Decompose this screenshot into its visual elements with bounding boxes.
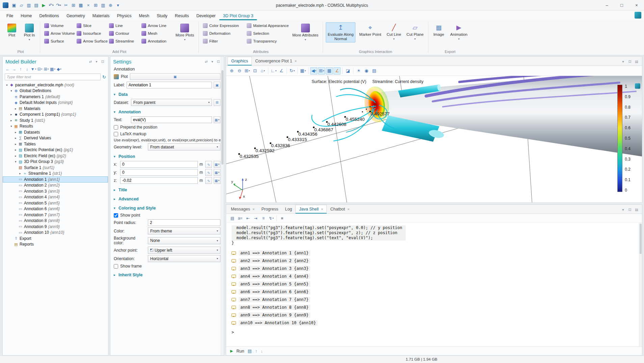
shell-prompt[interactable]: >: [232, 330, 637, 335]
expression-menu-button[interactable]: ▦▾: [214, 161, 220, 168]
paste-icon[interactable]: ▦: [77, 2, 84, 9]
selection-button[interactable]: Selection: [245, 30, 289, 37]
run-command-icon[interactable]: ↯▾: [268, 215, 275, 222]
swap-panel-icon[interactable]: ⇄: [88, 59, 93, 64]
undo-icon[interactable]: ↶▾: [48, 2, 55, 9]
annotation-section-header[interactable]: ▾ Annotation: [110, 107, 224, 116]
float-panel-icon[interactable]: ⊡: [216, 59, 221, 64]
console-scrollbar[interactable]: [639, 223, 642, 346]
menu-tab-study[interactable]: Study: [153, 12, 171, 20]
tree-item-results[interactable]: ▾▦Results: [3, 123, 108, 130]
go-to-node-icon[interactable]: ◆▾: [56, 66, 62, 72]
menu-tab-geometry[interactable]: Geometry: [63, 12, 89, 20]
minimize-panel-icon[interactable]: ▾: [620, 207, 626, 212]
tree-item-annotation-6[interactable]: ▭Annotation 6{ann6}: [3, 206, 108, 212]
expand-icon[interactable]: ▸: [14, 131, 18, 134]
snapshot-icon[interactable]: ◉: [363, 67, 370, 75]
show-grid-icon[interactable]: ▦: [326, 67, 333, 75]
transparency-button[interactable]: Transparency: [245, 38, 289, 45]
expand-icon[interactable]: ▸: [9, 119, 14, 122]
annotation-text-input[interactable]: [131, 116, 212, 123]
search-icon[interactable]: ⊕: [107, 2, 114, 9]
tree-item-reports[interactable]: ▤Reports: [3, 242, 108, 248]
collapse-icon[interactable]: ▾: [5, 83, 9, 87]
refresh-icon[interactable]: ↻: [102, 75, 106, 80]
rotate-view-icon[interactable]: ↻▾: [289, 67, 296, 75]
console-tab-messages[interactable]: Messages×: [227, 205, 258, 214]
tree-item-datasets[interactable]: ▸▦Datasets: [3, 129, 108, 135]
menu-tab-physics[interactable]: Physics: [113, 12, 135, 20]
graphics-tab-graphics[interactable]: Graphics: [227, 57, 252, 65]
scrollbar-thumb[interactable]: [221, 70, 223, 165]
orientation-select[interactable]: Horizontal ▾: [148, 255, 220, 262]
panel-menu-icon[interactable]: ▤: [634, 207, 639, 212]
collapse-icon[interactable]: ▾: [14, 160, 18, 163]
next-command-icon[interactable]: ↓: [261, 348, 263, 354]
lighting-icon[interactable]: ☀: [355, 67, 362, 75]
evaluate-along-normal-button[interactable]: ↥Evaluate Along Normal: [326, 22, 355, 43]
scroll-end-icon[interactable]: ⇥: [252, 215, 259, 222]
tree-item-annotation-3[interactable]: ▭Annotation 3{ann3}: [3, 188, 108, 194]
copy-output-icon[interactable]: ▤: [247, 348, 251, 354]
coloring-section-header[interactable]: ▾ Coloring and Style: [110, 203, 224, 212]
measure-icon[interactable]: ∠: [333, 67, 341, 75]
zoom-box-icon[interactable]: ⊞▾: [244, 67, 251, 75]
surface-button[interactable]: Surface: [43, 38, 75, 45]
minimize-panel-icon[interactable]: ▾: [620, 59, 626, 64]
tree-item-annotation-5[interactable]: ▭Annotation 5{ann5}: [3, 200, 108, 206]
tree-view-icon[interactable]: ▦▾: [50, 66, 56, 72]
forward-icon[interactable]: →: [11, 66, 17, 72]
expression-menu-button[interactable]: ▦ ▾: [214, 116, 220, 123]
expand-icon[interactable]: ▸: [14, 142, 18, 146]
zoom-out-icon[interactable]: ⊖: [236, 67, 243, 75]
run-icon[interactable]: ▶: [230, 349, 233, 353]
more-plots-button[interactable]: More Plots ▾: [174, 22, 196, 43]
tree-item-streamline-1[interactable]: ▸≈Streamline 1{str1}: [3, 171, 108, 177]
tree-item-annotation-1[interactable]: ▭Annotation 1{ann1}: [3, 176, 108, 183]
animation-button[interactable]: ▶Animation▾: [449, 22, 469, 42]
slice-button[interactable]: Slice: [75, 22, 107, 29]
panel-menu-icon[interactable]: ▾: [94, 59, 99, 64]
delete-icon[interactable]: ×: [85, 2, 92, 9]
expand-icon[interactable]: ▸: [14, 148, 18, 151]
material-appearance-button[interactable]: Material Appearance: [245, 22, 289, 29]
marker-point-button[interactable]: ⌖Marker Point: [357, 22, 383, 38]
plot-in-button[interactable]: Plot In ▾: [22, 22, 37, 43]
edit-dataset-button[interactable]: ⊞: [214, 99, 220, 106]
float-panel-icon[interactable]: ⊡: [627, 207, 633, 212]
view-along-axis-icon[interactable]: ∟▾: [270, 67, 277, 75]
graphics-canvas[interactable]: Surface: Electric potential (V) Streamli…: [226, 76, 642, 202]
cut-plane-button[interactable]: ▱Cut Plane▾: [405, 22, 425, 42]
background-color-select[interactable]: None ▾: [148, 237, 220, 244]
previous-command-icon[interactable]: ↑: [255, 348, 258, 354]
chatbot-icon[interactable]: [635, 12, 641, 19]
tree-item-annotation-9[interactable]: ▭Annotation 9{ann9}: [3, 224, 108, 230]
title-section-header[interactable]: ▸ Title: [110, 185, 224, 194]
arrow-volume-button[interactable]: Arrow Volume: [43, 30, 75, 37]
cut-icon[interactable]: ✂: [62, 2, 70, 9]
tree-item-electric-field-ec[interactable]: ▸▨Electric Field (ec){pg2}: [3, 153, 108, 159]
inherit-style-section-header[interactable]: ▸ Inherit Style: [110, 270, 224, 279]
z-position-input[interactable]: [120, 177, 198, 184]
back-icon[interactable]: ←: [5, 66, 11, 72]
canvas-corner-icon[interactable]: [635, 83, 640, 89]
console-tab-progress[interactable]: Progress: [258, 205, 281, 214]
expand-icon[interactable]: ▸: [14, 136, 18, 140]
point-radius-input[interactable]: [148, 219, 220, 226]
prepend-position-checkbox[interactable]: [114, 125, 118, 130]
menu-tab-materials[interactable]: Materials: [89, 12, 113, 20]
expand-icon[interactable]: ▸: [18, 172, 22, 175]
line-button[interactable]: Line: [108, 22, 139, 29]
deformation-button[interactable]: Deformation: [202, 30, 245, 37]
tree-item-annotation-8[interactable]: ▭Annotation 8{ann8}: [3, 218, 108, 224]
filter-input[interactable]: [5, 74, 101, 80]
plot-in-window-button[interactable]: ▣: [130, 73, 220, 80]
more-attributes-button[interactable]: More Attributes ▾: [291, 22, 320, 43]
collapse-all-icon[interactable]: ⊟▾: [37, 66, 43, 72]
cut-line-button[interactable]: ╱Cut Line▾: [385, 22, 403, 42]
variables-icon[interactable]: a=: [237, 215, 244, 222]
panel-menu-icon[interactable]: ▤: [634, 59, 639, 64]
tree-item-export[interactable]: ⇧Export: [3, 235, 108, 242]
range-button[interactable]: ∿: [205, 177, 212, 184]
tree-item-surface-1[interactable]: ▧Surface 1{surf1}: [3, 165, 108, 171]
